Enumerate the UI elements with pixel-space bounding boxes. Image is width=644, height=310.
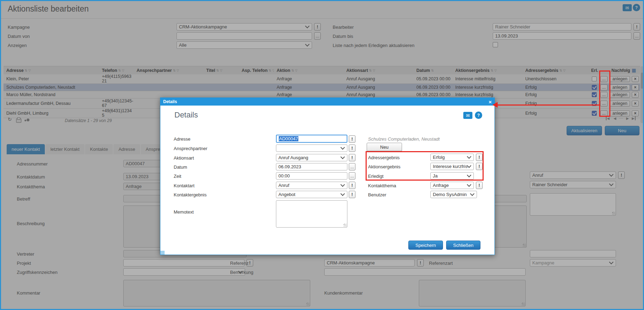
neu-kontakt-button[interactable]: Neu [367,143,402,151]
adresse-label: Adresse [174,136,191,142]
chevron-down-icon [340,145,345,150]
datum-picker-button[interactable]: ... [349,163,355,170]
memotext-textarea[interactable] [276,200,347,228]
app-window: Aktionsliste bearbeiten ✉ ? Kampagne CRM… [0,0,644,310]
annotation-highlight-details-column [599,70,610,117]
kontaktthema-required-button[interactable]: ! [476,182,483,189]
kontaktergebnis-select[interactable]: Angebot [276,191,347,198]
annotation-highlight-fields [366,151,484,181]
mail-icon[interactable]: ✉ [463,112,472,119]
kontaktthema-select[interactable]: Anfrage [430,182,474,189]
schliessen-button[interactable]: Schließen [446,241,480,250]
close-icon[interactable]: × [489,99,492,105]
annotation-arrow-head [492,102,498,108]
speichern-button[interactable]: Speichern [408,241,443,250]
kontaktart-select[interactable]: Anruf [276,182,347,189]
kontaktergebnis-required-button[interactable]: ! [349,191,355,198]
help-icon[interactable]: ? [475,112,482,119]
adresse-required-button[interactable]: ! [349,135,355,143]
memotext-label: Memotext [174,209,194,215]
dialog-titlebar[interactable]: Details × [160,98,494,106]
chevron-down-icon [470,191,475,196]
ansprechpartner-label: Ansprechpartner [174,146,207,151]
dialog-titlebar-text: Details [163,99,177,104]
kontaktthema-label: Kontaktthema [368,183,396,188]
selected-text: AD00047 [279,136,298,141]
dialog-resize-grip[interactable] [160,251,165,255]
annotation-arrow-line [497,105,599,106]
chevron-down-icon [340,191,345,196]
zeit-input[interactable]: 00:00 [276,172,347,180]
aktionsart-select[interactable]: Anruf Ausgang [276,154,347,161]
datum-label: Datum [174,164,187,170]
dialog-heading: Details [174,110,198,120]
zeit-picker-button[interactable]: ... [349,172,355,180]
datum-input[interactable]: 06.09.2023 [276,163,347,170]
benutzer-select[interactable]: Demo SysAdmin [430,191,477,198]
benutzer-label: Benutzer [368,192,386,197]
zeit-label: Zeit [174,174,181,179]
kontaktart-label: Kontaktart [174,183,194,188]
company-name: Schulzes Computerladen, Neustadt [368,136,440,142]
kontaktergebnis-label: Kontaktergebnis [174,192,207,197]
adresse-input[interactable]: AD00047 [276,135,347,143]
aktionsart-required-button[interactable]: ! [349,154,355,161]
ansprechpartner-required-button[interactable]: ! [349,144,355,152]
kontaktart-required-button[interactable]: ! [349,182,355,189]
ansprechpartner-select[interactable] [276,144,347,152]
chevron-down-icon [340,182,345,187]
chevron-down-icon [467,182,471,187]
aktionsart-label: Aktionsart [174,155,194,161]
chevron-down-icon [340,155,345,159]
details-dialog: Details × Details ✉ ? Adresse AD00047 ! … [160,97,495,255]
